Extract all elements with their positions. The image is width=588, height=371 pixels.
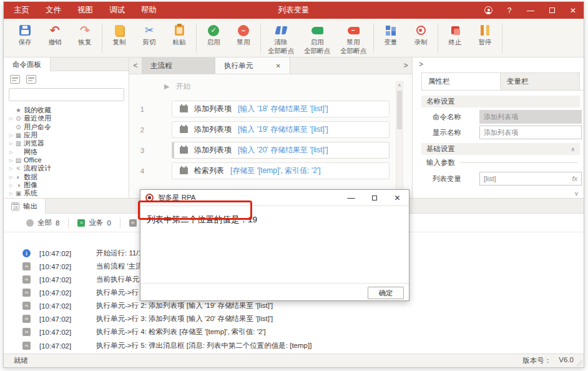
dialog-maximize-button[interactable] xyxy=(363,190,386,206)
canvas-scrollbar[interactable]: ∧ xyxy=(396,81,403,194)
close-button[interactable]: ✕ xyxy=(562,2,584,19)
terminate-button[interactable]: 终止 xyxy=(440,22,470,46)
status-bar: 就绪 版本号： V6.0 xyxy=(4,354,584,367)
version-label: 版本号： xyxy=(522,356,551,365)
record-icon xyxy=(416,26,426,35)
disable-icon: − xyxy=(238,25,249,36)
panel-collapse-icon[interactable]: > xyxy=(419,60,423,69)
cut-button[interactable]: ✂ 剪切 xyxy=(134,22,164,46)
record-button[interactable]: 录制 xyxy=(406,22,436,46)
tab-properties[interactable]: 属性栏 xyxy=(421,72,501,90)
filter-business[interactable]: ≡ 业务 0 xyxy=(69,218,119,227)
input-params-header: 输入参数 xyxy=(426,158,577,167)
clock-icon: ⊙ xyxy=(14,123,22,131)
properties-tabstrip: 属性栏 变量栏 xyxy=(421,72,584,91)
tab-command-panel[interactable]: 命令面板 xyxy=(4,57,51,71)
disable-button[interactable]: − 禁用 xyxy=(228,22,258,46)
enable-button[interactable]: ✓ 启用 xyxy=(198,22,228,46)
paste-button[interactable]: 粘贴 xyxy=(164,22,194,46)
tab-close-icon[interactable]: ✕ xyxy=(276,62,281,69)
properties-panel: > 属性栏 变量栏 名称设置 命令名称 添加列表项 显示名称 添加列表项 基础设… xyxy=(412,57,584,198)
toolbar-separator xyxy=(373,24,374,53)
business-filter-icon: ≡ xyxy=(77,219,85,227)
save-button[interactable]: 保存 xyxy=(10,22,40,46)
filter-all[interactable]: 全部 8 xyxy=(17,218,68,227)
enable-breakpoints-icon xyxy=(311,27,323,34)
clock-icon: ⊙ xyxy=(14,114,22,122)
resize-grip[interactable] xyxy=(576,360,582,366)
start-node[interactable]: ▶ 开始 xyxy=(164,81,190,92)
tree-item-apps[interactable]: ▷ ▦ 应用 xyxy=(4,131,129,139)
system-icon: ▣ xyxy=(14,189,22,197)
step-card-retrieve-list[interactable]: 检索列表 [存储至 '[temp]', 索引值: '2'] xyxy=(172,162,390,179)
tree-item-image[interactable]: ▷ ◑ 图像 xyxy=(4,181,129,189)
command-name-field: 添加列表项 xyxy=(479,110,582,124)
list-variable-label: 列表变量 xyxy=(433,174,461,184)
tab-scroll-right-button[interactable]: > xyxy=(399,57,412,74)
redo-button[interactable]: ↷ 恢复 xyxy=(70,22,100,46)
image-icon: ◑ xyxy=(14,181,22,189)
pause-button[interactable]: 暂停 xyxy=(470,22,500,46)
tab-variables[interactable]: 变量栏 xyxy=(501,72,580,90)
debug-icon: ‹› xyxy=(22,342,31,350)
disable-breakpoints-button[interactable]: − 禁用 全部断点 xyxy=(335,22,371,54)
collapse-section-icon[interactable]: ∧ xyxy=(571,146,575,152)
collapse-all-icon[interactable] xyxy=(26,75,36,84)
browser-icon: ▥ xyxy=(14,139,22,147)
command-panel-tools xyxy=(4,71,129,84)
list-variable-field[interactable]: [list] fx xyxy=(479,172,582,186)
debug-icon: ‹› xyxy=(22,289,31,297)
scroll-up-icon[interactable]: ∧ xyxy=(396,82,403,89)
save-icon xyxy=(19,25,31,36)
enable-breakpoints-button[interactable]: 启用 全部断点 xyxy=(299,22,335,54)
tree-item-user-commands[interactable]: ⊙ 用户命令 xyxy=(4,123,129,131)
tab-execution-unit[interactable]: 执行单元 ✕ xyxy=(215,57,290,74)
command-icon xyxy=(180,167,188,174)
fx-button[interactable]: fx xyxy=(572,175,577,182)
ok-button[interactable]: 确定 xyxy=(368,287,404,299)
pause-icon xyxy=(481,25,489,36)
display-name-field[interactable]: 添加列表项 xyxy=(479,126,582,139)
minimize-button[interactable]: — xyxy=(520,2,541,19)
tab-main-flow[interactable]: 主流程 xyxy=(142,57,215,74)
tree-item-recent[interactable]: ▷ ⊙ 最近使用 xyxy=(4,114,129,122)
step-card-add-list-item[interactable]: 添加列表项 [输入 '18' 存储结果至 '[list]'] xyxy=(172,101,390,117)
toolbar-separator xyxy=(102,24,102,53)
help-button[interactable]: ? xyxy=(499,2,520,19)
tree-item-favorites[interactable]: ★ 我的收藏 xyxy=(4,106,129,114)
copy-button[interactable]: 复制 xyxy=(104,22,134,46)
command-icon xyxy=(180,126,188,133)
dialog-minimize-button[interactable]: — xyxy=(340,190,363,206)
status-ready: 就绪 xyxy=(14,356,28,365)
display-name-label: 显示名称 xyxy=(433,128,461,137)
step-card-add-list-item-selected[interactable]: 添加列表项 [输入 '20' 存储结果至 '[list]'] xyxy=(172,142,390,159)
tree-item-browser[interactable]: ▷ ▥ 浏览器 xyxy=(4,139,129,147)
tree-item-network[interactable]: ▷ 网络 xyxy=(4,147,129,156)
clear-breakpoints-icon xyxy=(275,26,287,34)
expand-all-icon[interactable] xyxy=(10,75,20,84)
dialog-close-button[interactable]: ✕ xyxy=(386,190,409,206)
data-icon: ◐ xyxy=(14,173,22,181)
account-button[interactable] xyxy=(478,2,499,19)
tree-item-data[interactable]: ▷ ◐ 数据 xyxy=(4,172,129,181)
undo-button[interactable]: ↶ 撤销 xyxy=(40,22,70,46)
title-bar: 主页 文件 视图 调试 帮助 列表变量 ? — ✕ xyxy=(4,2,584,19)
more-chevron-icon[interactable]: ∨ xyxy=(574,190,579,197)
command-name-label: 命令名称 xyxy=(433,112,461,122)
tab-output[interactable]: 15 输出 xyxy=(4,199,46,214)
tree-item-system[interactable]: ▷ ▣ 系统 xyxy=(4,189,129,197)
tab-scroll-left-button[interactable]: < xyxy=(129,57,142,74)
version-value: V6.0 xyxy=(559,356,574,365)
clear-breakpoints-button[interactable]: 清除 全部断点 xyxy=(263,22,299,54)
step-card-add-list-item[interactable]: 添加列表项 [输入 '19' 存储结果至 '[list]'] xyxy=(172,121,390,138)
variables-button[interactable]: 变量 xyxy=(376,22,406,46)
scrollbar-thumb[interactable] xyxy=(397,91,402,129)
toolbar-separator xyxy=(438,24,438,53)
debug-icon: ‹› xyxy=(22,262,31,270)
tree-item-flow-design[interactable]: ▷ < 流程设计 xyxy=(4,164,129,172)
tree-item-office[interactable]: ▷ ▤ Office xyxy=(4,156,129,164)
info-icon: i xyxy=(22,249,31,257)
section-basic-settings[interactable]: 基础设置 ∧ xyxy=(421,143,580,155)
maximize-button[interactable] xyxy=(541,2,562,19)
command-search-input[interactable] xyxy=(9,88,124,101)
